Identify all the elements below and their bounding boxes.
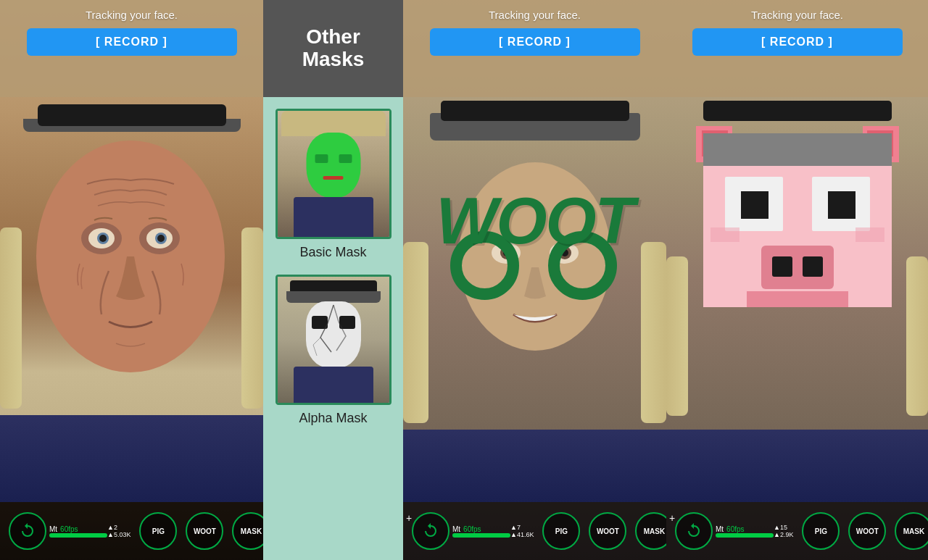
alpha-cracks-svg bbox=[306, 301, 361, 368]
face-area-3: WOOT bbox=[403, 97, 666, 502]
thumb-bg-alpha bbox=[278, 277, 389, 403]
svg-rect-31 bbox=[710, 227, 740, 242]
woot-button-3[interactable]: WOOT bbox=[589, 512, 626, 550]
record-button-3[interactable]: [ RECORD ] bbox=[430, 28, 640, 56]
pig-mask-svg bbox=[689, 112, 906, 343]
eye-left-basic bbox=[315, 154, 328, 163]
top-bar-3: Tracking your face. [ RECORD ] bbox=[403, 0, 666, 97]
bottom-bar-3: Mt 60fps ▲7 ▲41.6K PIG WOOT MASK bbox=[403, 502, 666, 560]
panel-woot: WOOT bbox=[403, 0, 666, 560]
svg-rect-25 bbox=[741, 191, 768, 219]
fps-section-3: Mt 60fps bbox=[450, 525, 510, 538]
btn-group-1: PIG WOOT MASK bbox=[136, 512, 263, 550]
fps-label-prefix-3: Mt bbox=[452, 525, 460, 533]
hair-left-4 bbox=[666, 256, 688, 416]
sunglasses-1 bbox=[38, 104, 226, 126]
thumb-bg-basic bbox=[278, 111, 389, 237]
stats-3: ▲7 ▲41.6K bbox=[510, 524, 534, 538]
plus-icon-3: + bbox=[406, 512, 412, 524]
mask-button-3[interactable]: MASK bbox=[635, 512, 666, 550]
fps-label-prefix-4: Mt bbox=[716, 525, 724, 533]
refresh-button-1[interactable] bbox=[9, 512, 46, 550]
mask-button-1[interactable]: MASK bbox=[232, 512, 263, 550]
fps-value-1: 60fps bbox=[60, 525, 78, 533]
shirt-4 bbox=[666, 430, 928, 502]
fps-value-4: 60fps bbox=[726, 525, 744, 533]
top-bar-1: Tracking your face. [ RECORD ] bbox=[0, 0, 263, 97]
body-alpha bbox=[294, 367, 373, 403]
stats-4: ▲15 ▲2.9K bbox=[774, 524, 793, 538]
eye-right-basic bbox=[339, 154, 352, 163]
svg-rect-30 bbox=[747, 291, 848, 307]
fps-bar-1 bbox=[49, 533, 107, 538]
svg-point-7 bbox=[99, 235, 107, 242]
svg-rect-21 bbox=[703, 133, 892, 166]
mouth-basic bbox=[323, 176, 344, 180]
woot-overlay-text: WOOT bbox=[436, 184, 634, 259]
svg-rect-28 bbox=[772, 256, 792, 277]
fps-value-3: 60fps bbox=[463, 525, 481, 533]
bottom-bar-4: Mt 60fps ▲15 ▲2.9K PIG WOOT MASK bbox=[666, 502, 928, 560]
refresh-button-3[interactable] bbox=[412, 512, 450, 550]
tracking-status-3: Tracking your face. bbox=[489, 9, 581, 21]
tracking-status-4: Tracking your face. bbox=[751, 9, 843, 21]
woot-button-1[interactable]: WOOT bbox=[186, 512, 223, 550]
panel-other-masks: Other Masks bbox=[263, 0, 403, 560]
top-bar-4: Tracking your face. [ RECORD ] bbox=[666, 0, 928, 97]
masks-title: Other Masks bbox=[302, 26, 365, 71]
mask-label-alpha: Alpha Mask bbox=[299, 411, 367, 426]
hair-right-4 bbox=[906, 256, 928, 416]
fps-bar-4 bbox=[716, 533, 774, 538]
fps-section-4: Mt 60fps bbox=[713, 525, 774, 538]
plus-icon-4: + bbox=[669, 512, 675, 524]
fps-label-row-1: Mt 60fps bbox=[49, 525, 78, 533]
face-area-1 bbox=[0, 97, 263, 502]
fps-label-row-4: Mt 60fps bbox=[716, 525, 745, 533]
mask-thumbnail-alpha bbox=[276, 275, 392, 405]
panel-wrinkled-face: Tracking your face. [ RECORD ] Mt 60fps … bbox=[0, 0, 263, 560]
pig-button-4[interactable]: PIG bbox=[802, 512, 840, 550]
mask-button-4[interactable]: MASK bbox=[895, 512, 928, 550]
fps-label-prefix-1: Mt bbox=[49, 525, 57, 533]
btn-group-3: PIG WOOT MASK bbox=[539, 512, 666, 550]
mask-item-alpha[interactable]: Alpha Mask bbox=[276, 275, 392, 426]
btn-group-4: PIG WOOT MASK bbox=[799, 512, 928, 550]
fps-label-row-3: Mt 60fps bbox=[452, 525, 481, 533]
wrinkled-face-svg bbox=[14, 112, 246, 401]
svg-point-8 bbox=[157, 235, 165, 242]
panel-pig: Tracking your face. [ RECORD ] + Mt 60fp… bbox=[666, 0, 928, 560]
shirt-3 bbox=[403, 430, 666, 502]
hair-left-3 bbox=[403, 242, 428, 423]
svg-rect-32 bbox=[856, 227, 884, 242]
hair-right-3 bbox=[641, 242, 666, 423]
woot-button-4[interactable]: WOOT bbox=[848, 512, 886, 550]
record-button-4[interactable]: [ RECORD ] bbox=[692, 28, 903, 56]
refresh-icon-1 bbox=[19, 522, 36, 540]
tracking-status-1: Tracking your face. bbox=[86, 9, 178, 21]
green-face-basic bbox=[306, 133, 360, 198]
face-area-4 bbox=[666, 97, 928, 502]
pig-button-3[interactable]: PIG bbox=[542, 512, 580, 550]
mask-thumbnail-basic bbox=[276, 109, 392, 239]
body-basic bbox=[294, 197, 373, 237]
sunglasses-3 bbox=[441, 101, 629, 121]
stats-1: ▲2 ▲5.03K bbox=[107, 524, 130, 538]
refresh-button-4[interactable] bbox=[675, 512, 713, 550]
fps-section-1: Mt 60fps bbox=[46, 525, 107, 538]
record-button-1[interactable]: [ RECORD ] bbox=[27, 28, 237, 56]
masks-list: Basic Mask bbox=[263, 97, 403, 560]
bottom-bar-1: Mt 60fps ▲2 ▲5.03K PIG WOOT MASK bbox=[0, 502, 263, 560]
svg-rect-29 bbox=[803, 256, 823, 277]
mask-label-basic: Basic Mask bbox=[299, 245, 366, 260]
svg-rect-26 bbox=[828, 191, 856, 219]
refresh-icon-4 bbox=[685, 522, 703, 540]
shirt-1 bbox=[0, 415, 263, 502]
pig-button-1[interactable]: PIG bbox=[139, 512, 177, 550]
fps-bar-3 bbox=[452, 533, 510, 538]
masks-header: Other Masks bbox=[263, 0, 403, 97]
refresh-icon-3 bbox=[422, 522, 439, 540]
mask-item-basic[interactable]: Basic Mask bbox=[276, 109, 392, 260]
alpha-face bbox=[306, 301, 361, 368]
